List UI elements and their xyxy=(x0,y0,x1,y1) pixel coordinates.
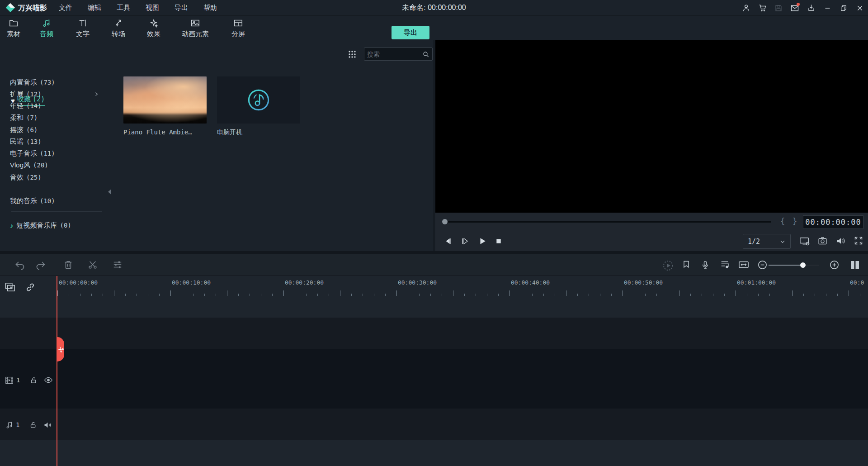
close-button[interactable] xyxy=(852,0,868,16)
image-icon xyxy=(190,18,200,28)
sidebar-item-vlog[interactable]: Vlog风(20) xyxy=(10,160,103,171)
mute-speaker-icon[interactable] xyxy=(43,421,52,429)
playhead-scissors-handle[interactable] xyxy=(57,337,64,361)
audio-track-number: 1 xyxy=(16,421,19,428)
export-button[interactable]: 导出 xyxy=(392,26,429,39)
video-track-lane[interactable] xyxy=(0,349,868,409)
lock-icon[interactable] xyxy=(30,376,38,384)
menubar: 文件 编辑 工具 视图 导出 帮助 xyxy=(56,0,220,16)
mark-in-icon[interactable]: { xyxy=(780,217,785,226)
redo-icon[interactable] xyxy=(35,260,46,271)
ruler-tick xyxy=(758,294,759,296)
video-preview[interactable] xyxy=(435,40,868,213)
ruler-tick xyxy=(57,290,58,296)
sidebar-item-soft[interactable]: 柔和(7) xyxy=(10,112,103,123)
menu-file[interactable]: 文件 xyxy=(56,3,75,13)
sidebar-item-folk[interactable]: 民谣(13) xyxy=(10,136,103,147)
delete-icon[interactable] xyxy=(63,260,73,270)
sidebar-item-rock[interactable]: 摇滚(6) xyxy=(10,124,103,135)
fullscreen-icon[interactable] xyxy=(854,236,863,245)
audio-track-lane[interactable] xyxy=(0,409,868,440)
mail-icon[interactable] xyxy=(787,0,803,16)
timeline-zoom-slider[interactable] xyxy=(769,265,819,266)
sidebar-item-short-video-music-library[interactable]: ♪ 短视频音乐库(0) xyxy=(10,220,103,231)
search-input[interactable] xyxy=(367,51,422,58)
previous-frame-button[interactable] xyxy=(442,236,454,246)
eye-icon[interactable] xyxy=(44,376,53,384)
tab-elements[interactable]: 动画元素 xyxy=(175,18,216,40)
zoom-out-icon[interactable] xyxy=(757,260,768,270)
ruler-timecode-label: 00:01:00:00 xyxy=(737,279,776,286)
sidebar-divider xyxy=(11,211,102,212)
timeline-ruler[interactable]: 00:00:00:0000:00:10:0000:00:20:0000:00:3… xyxy=(0,276,868,297)
split-scissors-icon[interactable] xyxy=(88,260,98,270)
stop-button[interactable] xyxy=(493,236,505,246)
sidebar-item-built-in-music[interactable]: 内置音乐(73) xyxy=(10,77,103,88)
next-frame-button[interactable] xyxy=(459,236,471,246)
undo-icon[interactable] xyxy=(14,260,25,271)
video-track-header: 1 xyxy=(0,375,57,385)
playhead-line[interactable] xyxy=(57,276,57,466)
sidebar-item-my-music[interactable]: 我的音乐(10) xyxy=(10,195,103,206)
seekbar-track[interactable] xyxy=(448,221,771,223)
zoom-in-icon[interactable] xyxy=(829,260,840,270)
ruler-tick xyxy=(374,294,374,296)
cart-icon[interactable] xyxy=(754,0,770,16)
grid-view-icon[interactable] xyxy=(348,50,356,58)
sidebar-item-electronic-music[interactable]: 电子音乐(11) xyxy=(10,148,103,159)
mark-out-icon[interactable]: } xyxy=(793,217,797,226)
audio-item-piano-flute[interactable]: Piano Flute Ambie… xyxy=(123,76,207,136)
audio-library-panel: Piano Flute Ambie… 电脑开机 xyxy=(111,40,434,251)
ruler-timecode-label: 00:00:10:00 xyxy=(172,279,211,286)
menu-view[interactable]: 视图 xyxy=(143,3,162,13)
render-settings-icon[interactable] xyxy=(799,236,810,246)
ruler-tick xyxy=(679,290,679,296)
tab-audio[interactable]: 音频 xyxy=(26,18,67,40)
restore-button[interactable] xyxy=(835,0,852,16)
ruler-tick xyxy=(487,294,487,296)
play-button[interactable] xyxy=(476,236,488,246)
tab-effects[interactable]: 效果 xyxy=(133,18,174,40)
sidebar-item-young[interactable]: 年轻(14) xyxy=(10,100,103,111)
download-icon[interactable] xyxy=(803,0,819,16)
ruler-timecode-label: 00:00:30:00 xyxy=(398,279,437,286)
save-icon[interactable] xyxy=(770,0,787,16)
lock-icon[interactable] xyxy=(29,421,37,429)
search-icon[interactable] xyxy=(422,51,429,58)
zoom-slider-knob[interactable] xyxy=(800,262,806,268)
minimize-button[interactable] xyxy=(819,0,835,16)
sidebar-item-extension[interactable]: 扩展(12) xyxy=(10,89,103,100)
ruler-tick xyxy=(724,294,725,296)
tab-transition[interactable]: 转场 xyxy=(98,18,139,40)
ruler-tick xyxy=(747,294,747,296)
snapshot-camera-icon[interactable] xyxy=(818,236,827,246)
adjust-sliders-icon[interactable] xyxy=(112,260,123,270)
ruler-tick xyxy=(849,290,849,296)
record-voiceover-icon[interactable] xyxy=(701,260,710,270)
seekbar-handle[interactable] xyxy=(442,219,448,224)
timeline-empty-track-band[interactable] xyxy=(0,318,868,349)
menu-tools[interactable]: 工具 xyxy=(114,3,133,13)
sidebar-item-sound-effects[interactable]: 音效(25) xyxy=(10,172,103,183)
audio-item-computer-boot[interactable]: 电脑开机 xyxy=(217,76,300,137)
fit-timeline-icon[interactable] xyxy=(738,260,749,270)
marker-icon[interactable] xyxy=(682,260,691,270)
ruler-tick xyxy=(295,294,295,296)
account-icon[interactable] xyxy=(738,0,754,16)
panel-layout-icon[interactable] xyxy=(849,260,861,271)
ruler-tick xyxy=(521,294,521,296)
audio-mixer-icon[interactable] xyxy=(719,260,730,270)
ruler-tick xyxy=(476,294,476,296)
tab-text[interactable]: 文字 xyxy=(62,18,103,40)
menu-help[interactable]: 帮助 xyxy=(201,3,220,13)
menu-edit[interactable]: 编辑 xyxy=(85,3,104,13)
menu-export[interactable]: 导出 xyxy=(172,3,191,13)
tab-split-screen[interactable]: 分屏 xyxy=(218,18,259,40)
ruler-tick xyxy=(193,294,193,296)
playback-quality-dropdown[interactable]: 1/2 xyxy=(743,234,791,249)
ruler-tick xyxy=(645,294,646,296)
ruler-tick xyxy=(385,294,386,296)
ruler-tick xyxy=(261,294,261,296)
volume-icon[interactable] xyxy=(836,236,845,246)
render-preview-icon[interactable] xyxy=(662,260,674,271)
